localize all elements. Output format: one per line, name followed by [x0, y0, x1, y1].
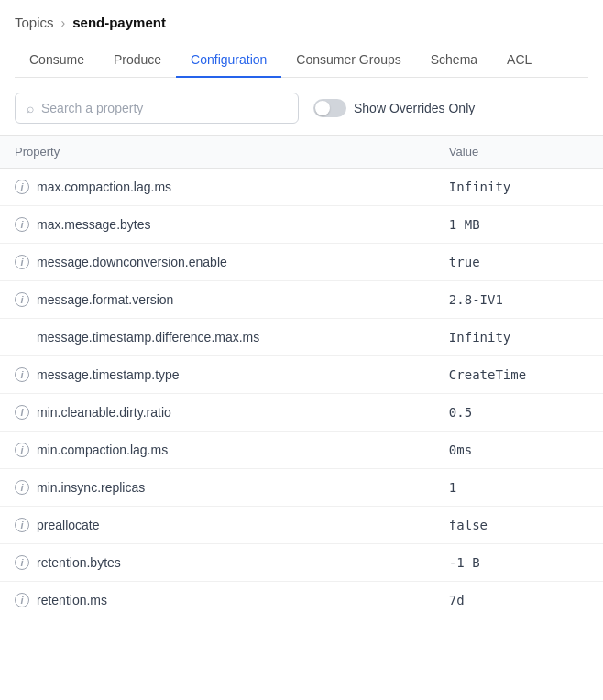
property-name: message.format.version — [37, 292, 173, 307]
toggle-label: Show Overrides Only — [354, 101, 475, 115]
property-name: min.compaction.lag.ms — [37, 443, 168, 457]
table-header: Property Value — [0, 136, 603, 169]
property-cell: imax.message.bytes — [0, 206, 434, 244]
tab-nav: ConsumeProduceConfigurationConsumer Grou… — [15, 43, 588, 78]
value-cell: 2.8-IV1 — [434, 281, 603, 319]
tab-consumer-groups[interactable]: Consumer Groups — [281, 43, 415, 78]
show-overrides-toggle[interactable] — [313, 99, 346, 117]
breadcrumb: Topics › send-payment — [15, 15, 588, 30]
value-cell: CreateTime — [434, 356, 603, 394]
column-value: Value — [434, 136, 603, 169]
property-name: retention.ms — [37, 593, 107, 607]
property-cell: imessage.format.version — [0, 281, 434, 319]
property-cell: iretention.ms — [0, 582, 434, 619]
property-cell: imin.cleanable.dirty.ratio — [0, 394, 434, 432]
info-icon[interactable]: i — [15, 292, 29, 307]
property-cell: imessage.timestamp.type — [0, 356, 434, 394]
value-cell: 0.5 — [434, 394, 603, 432]
property-name: min.cleanable.dirty.ratio — [37, 405, 171, 420]
value-cell: Infinity — [434, 319, 603, 356]
value-cell: -1 B — [434, 544, 603, 582]
breadcrumb-separator: › — [61, 16, 66, 30]
property-cell: message.timestamp.difference.max.ms — [0, 319, 434, 356]
value-cell: 0ms — [434, 432, 603, 469]
search-icon: ⌕ — [27, 101, 34, 115]
show-overrides-toggle-group: Show Overrides Only — [313, 99, 475, 117]
property-name: max.compaction.lag.ms — [37, 180, 171, 194]
toggle-knob — [315, 101, 330, 115]
table-row: imin.cleanable.dirty.ratio0.5 — [0, 394, 603, 432]
table-row: imessage.downconversion.enabletrue — [0, 244, 603, 281]
value-cell: 1 MB — [434, 206, 603, 244]
property-name: max.message.bytes — [37, 217, 151, 232]
info-icon[interactable]: i — [15, 255, 29, 269]
column-property: Property — [0, 136, 434, 169]
property-cell: imessage.downconversion.enable — [0, 244, 434, 281]
tab-consume[interactable]: Consume — [15, 43, 99, 78]
page-header: Topics › send-payment ConsumeProduceConf… — [0, 0, 603, 78]
table-row: imax.message.bytes1 MB — [0, 206, 603, 244]
table-row: imessage.timestamp.typeCreateTime — [0, 356, 603, 394]
toolbar: ⌕ Show Overrides Only — [0, 78, 603, 135]
breadcrumb-parent[interactable]: Topics — [15, 15, 54, 30]
info-icon[interactable]: i — [15, 367, 29, 382]
info-icon[interactable]: i — [15, 405, 29, 420]
property-name: preallocate — [37, 518, 100, 532]
property-cell: iretention.bytes — [0, 544, 434, 582]
property-name: message.downconversion.enable — [37, 255, 227, 269]
search-box[interactable]: ⌕ — [15, 93, 299, 124]
value-cell: 7d — [434, 582, 603, 619]
info-icon[interactable]: i — [15, 180, 29, 194]
properties-table: Property Value imax.compaction.lag.msInf… — [0, 135, 603, 618]
property-name: message.timestamp.type — [37, 367, 180, 382]
info-icon[interactable]: i — [15, 593, 29, 607]
tab-configuration[interactable]: Configuration — [176, 43, 281, 78]
value-cell: Infinity — [434, 169, 603, 206]
value-cell: 1 — [434, 469, 603, 507]
info-icon[interactable]: i — [15, 518, 29, 532]
property-cell: imin.insync.replicas — [0, 469, 434, 507]
property-cell: imin.compaction.lag.ms — [0, 432, 434, 469]
property-cell: imax.compaction.lag.ms — [0, 169, 434, 206]
info-icon[interactable]: i — [15, 443, 29, 457]
property-name: min.insync.replicas — [37, 480, 145, 495]
tab-schema[interactable]: Schema — [416, 43, 492, 78]
table-row: imessage.format.version2.8-IV1 — [0, 281, 603, 319]
table-row: iretention.bytes-1 B — [0, 544, 603, 582]
info-icon[interactable]: i — [15, 480, 29, 495]
property-name: retention.bytes — [37, 555, 121, 570]
table-row: ipreallocatefalse — [0, 507, 603, 544]
property-name: message.timestamp.difference.max.ms — [37, 330, 259, 345]
table-row: imax.compaction.lag.msInfinity — [0, 169, 603, 206]
table-row: message.timestamp.difference.max.msInfin… — [0, 319, 603, 356]
table-row: imin.insync.replicas1 — [0, 469, 603, 507]
value-cell: false — [434, 507, 603, 544]
property-cell: ipreallocate — [0, 507, 434, 544]
tab-acl[interactable]: ACL — [492, 43, 546, 78]
table-body: imax.compaction.lag.msInfinityimax.messa… — [0, 169, 603, 619]
info-icon[interactable]: i — [15, 555, 29, 570]
breadcrumb-current: send-payment — [72, 15, 166, 30]
table-row: imin.compaction.lag.ms0ms — [0, 432, 603, 469]
value-cell: true — [434, 244, 603, 281]
tab-produce[interactable]: Produce — [99, 43, 176, 78]
table-row: iretention.ms7d — [0, 582, 603, 619]
info-icon[interactable]: i — [15, 217, 29, 232]
search-input[interactable] — [41, 101, 287, 115]
